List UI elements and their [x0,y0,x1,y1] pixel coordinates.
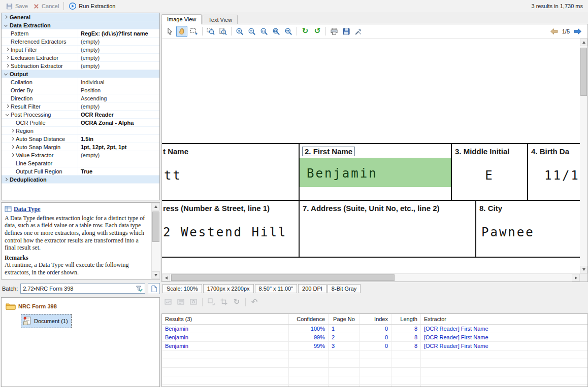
form-label: 7. Address (Suite, Unit No, etc., line 2… [303,204,440,213]
chevron-down-icon[interactable] [4,72,8,76]
col-page-no[interactable]: Page No [329,314,360,324]
save-button[interactable]: Save [3,2,30,11]
chevron-right-icon[interactable] [11,129,14,132]
data-type-link[interactable]: Data Type [14,205,41,213]
status-pixels: 1700px x 2200px [203,284,254,293]
chevron-down-icon[interactable] [6,113,9,116]
form-label: ress (Number & Street, line 1) [163,204,270,213]
tree-node-document[interactable]: Document (1) [21,314,72,328]
crop-icon[interactable] [218,296,230,307]
pg-row-line-separator[interactable]: Line Separator [2,159,159,167]
pg-category-output[interactable]: Output [2,70,159,78]
page-icon [151,285,157,293]
pg-row-ocr-profile[interactable]: OCR Profile OCRA Zonal - Alpha [2,119,159,127]
scroll-down-icon[interactable] [580,266,587,273]
next-page-icon[interactable] [572,26,583,37]
print-icon[interactable] [329,26,340,37]
pg-row-post-processing[interactable]: Post Processing OCR Reader [2,111,159,119]
chevron-right-icon[interactable] [6,104,9,108]
image-enhance-icon[interactable] [175,296,186,307]
batch-selector[interactable]: 2.72•NRC Form 398 [20,284,145,294]
select-tool-icon[interactable] [164,26,175,37]
help-scrollbar[interactable] [151,203,159,279]
resize-icon[interactable] [206,296,217,307]
svg-text:1:1: 1:1 [262,29,266,32]
zoom-region-icon[interactable] [205,26,216,37]
tools-icon[interactable] [353,26,364,37]
pg-row-input-filter[interactable]: Input Filter (empty) [2,46,159,54]
col-extractor[interactable]: Extractor [421,314,587,324]
tab-text-view[interactable]: Text View [203,15,238,24]
scroll-right-icon[interactable] [572,274,580,282]
zoom-fit-icon[interactable] [271,26,282,37]
reload-icon[interactable]: ↺ [312,26,323,37]
pan-tool-icon[interactable] [176,26,187,37]
save-view-icon[interactable] [341,26,352,37]
col-results[interactable]: Results (3) [162,314,289,324]
pg-row-value-extractor[interactable]: Value Extractor (empty) [2,151,159,159]
pg-row-region[interactable]: Region [2,127,159,135]
tree-node-batch[interactable]: NRC Form 398 [4,301,157,312]
pg-row-result-filter[interactable]: Result Filter (empty) [2,102,159,111]
scroll-down-icon[interactable] [152,271,160,279]
pg-row-collation[interactable]: Collation Individual [2,78,159,86]
form-value: 11/1 [544,168,580,183]
pg-row-subtraction-extractor[interactable]: Subtraction Extractor (empty) [2,62,159,70]
scanned-page-canvas[interactable]: t Name tt 2. First Name Benjamin 3. Midd… [162,39,580,273]
chevron-right-icon[interactable] [6,56,9,59]
zoom-in-icon[interactable] [234,26,245,37]
view-document-button[interactable] [148,283,160,294]
region-select-icon[interactable] [188,26,200,37]
cancel-button[interactable]: Cancel [30,2,61,11]
pg-row-direction[interactable]: Direction Ascending [2,94,159,102]
save-icon [6,3,13,10]
chevron-right-icon[interactable] [6,48,9,51]
refresh-icon[interactable]: ↻ [300,26,311,37]
form-label-selected[interactable]: 2. First Name [302,147,355,156]
chevron-right-icon[interactable] [6,64,9,67]
pg-category-data-extraction[interactable]: Data Extraction [2,21,159,29]
filter-check-icon[interactable] [136,285,143,292]
col-index[interactable]: Index [360,314,391,324]
col-confidence[interactable]: Confidence [289,314,329,324]
pg-category-general[interactable]: General [2,13,159,21]
pg-row-pattern[interactable]: Pattern RegEx: (\d\.\s)?first name [2,29,159,38]
zoom-page-icon[interactable] [217,26,228,37]
scroll-left-icon[interactable] [162,274,170,282]
zoom-actual-icon[interactable]: 1:1 [258,26,270,37]
zoom-width-icon[interactable] [283,26,294,37]
image-horizontal-scrollbar[interactable] [162,273,587,282]
result-row[interactable]: Benjamin 99% 3 0 8 [OCR Reader] First Na… [162,342,587,350]
chevron-right-icon[interactable] [4,178,8,181]
pg-row-order-by[interactable]: Order By Position [2,86,159,94]
scroll-up-icon[interactable] [580,39,587,46]
pg-row-auto-snap-distance[interactable]: Auto Snap Distance 1.5in [2,135,159,143]
pg-row-exclusion-extractor[interactable]: Exclusion Extractor (empty) [2,54,159,62]
pg-row-referenced-extractors[interactable]: Referenced Extractors (empty) [2,38,159,46]
run-extraction-button[interactable]: Run Extraction [66,1,118,11]
image-adjust-icon[interactable] [162,296,174,307]
result-row[interactable]: Benjamin 99% 2 0 8 [OCR Reader] First Na… [162,333,587,342]
col-length[interactable]: Length [391,314,421,324]
cancel-label: Cancel [42,3,59,9]
viewer-toolbar: 1:1 ↻ ↺ 1/5 [162,24,587,39]
chevron-right-icon[interactable] [11,153,14,157]
chevron-right-icon[interactable] [11,145,14,149]
prev-page-icon[interactable] [548,26,560,37]
result-row[interactable]: Benjamin 100% 1 0 8 [OCR Reader] First N… [162,325,587,333]
chevron-down-icon[interactable] [4,23,8,27]
image-vertical-scrollbar[interactable] [580,39,587,273]
undo-icon[interactable]: ↶ [249,296,260,307]
pg-row-output-full-region[interactable]: Output Full Region True [2,167,159,175]
form-label: 3. Middle Initial [455,147,510,156]
rotate-icon[interactable]: ↻ [231,296,242,307]
scroll-up-icon[interactable] [152,203,160,210]
pg-row-auto-snap-margin[interactable]: Auto Snap Margin 1pt, 12pt, 2pt, 1pt [2,143,159,151]
results-panel: Results (3) Confidence Page No Index Len… [161,313,588,387]
zoom-out-icon[interactable] [246,26,257,37]
chevron-right-icon[interactable] [4,15,8,19]
pg-category-deduplication[interactable]: Deduplication [2,175,159,184]
image-filter-icon[interactable] [188,296,199,307]
tab-image-view[interactable]: Image View [161,14,202,24]
chevron-right-icon[interactable] [11,137,14,140]
